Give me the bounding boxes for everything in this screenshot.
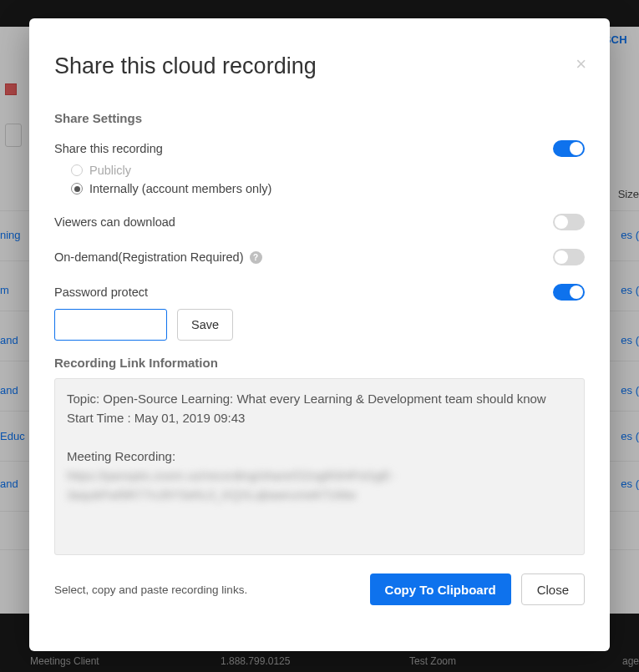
footer-hint: Select, copy and paste recording links.: [54, 584, 247, 596]
recording-link-heading: Recording Link Information: [54, 356, 585, 370]
radio-icon: [71, 183, 83, 195]
on-demand-label-wrap: On-demand(Registration Required) ?: [54, 250, 262, 265]
visibility-radio-group: Publicly Internally (account members onl…: [71, 164, 585, 195]
password-input[interactable]: [54, 309, 167, 341]
viewers-download-label: Viewers can download: [54, 215, 175, 229]
share-recording-toggle[interactable]: [553, 140, 585, 157]
password-protect-label: Password protect: [54, 285, 148, 299]
share-settings-heading: Share Settings: [54, 111, 585, 125]
password-protect-row: Password protect: [54, 284, 585, 301]
radio-internally-label: Internally (account members only): [89, 182, 271, 195]
password-input-row: Save: [54, 309, 585, 341]
toggle-knob: [555, 250, 568, 264]
modal-title: Share this cloud recording: [54, 53, 585, 79]
toggle-knob: [570, 285, 583, 299]
close-button[interactable]: Close: [521, 573, 585, 605]
on-demand-toggle[interactable]: [553, 249, 585, 265]
footer-buttons: Copy To Clipboard Close: [370, 573, 585, 605]
on-demand-row: On-demand(Registration Required) ?: [54, 249, 585, 265]
link-url-obscured: 3aqukFwl9R77nJ9YSehL0_KQXLqbawrumeKTzMw: [67, 485, 572, 504]
copy-to-clipboard-button[interactable]: Copy To Clipboard: [370, 573, 511, 605]
radio-publicly[interactable]: Publicly: [71, 164, 585, 177]
share-recording-modal: × Share this cloud recording Share Setti…: [29, 18, 610, 651]
toggle-knob: [570, 142, 583, 155]
modal-footer: Select, copy and paste recording links. …: [54, 573, 585, 605]
viewers-download-toggle[interactable]: [553, 214, 585, 230]
password-protect-toggle[interactable]: [553, 284, 585, 301]
radio-icon: [71, 164, 83, 176]
modal-close-button[interactable]: ×: [576, 55, 586, 73]
link-line: Meeting Recording:: [67, 447, 572, 466]
share-recording-label: Share this recording: [54, 142, 163, 155]
on-demand-label: On-demand(Registration Required): [54, 250, 243, 264]
spacer: [67, 428, 572, 447]
viewers-download-row: Viewers can download: [54, 214, 585, 230]
link-url-obscured: https://panopto.zoom.us/recording/share/…: [67, 466, 572, 485]
link-line: Topic: Open-Source Learning: What every …: [67, 389, 572, 408]
save-password-button[interactable]: Save: [177, 309, 233, 341]
radio-internally[interactable]: Internally (account members only): [71, 182, 585, 195]
share-recording-row: Share this recording: [54, 140, 585, 157]
recording-link-textarea[interactable]: Topic: Open-Source Learning: What every …: [54, 378, 585, 555]
help-icon[interactable]: ?: [250, 251, 262, 264]
link-line: Start Time : May 01, 2019 09:43: [67, 408, 572, 427]
toggle-knob: [555, 215, 568, 229]
radio-publicly-label: Publicly: [89, 164, 131, 177]
